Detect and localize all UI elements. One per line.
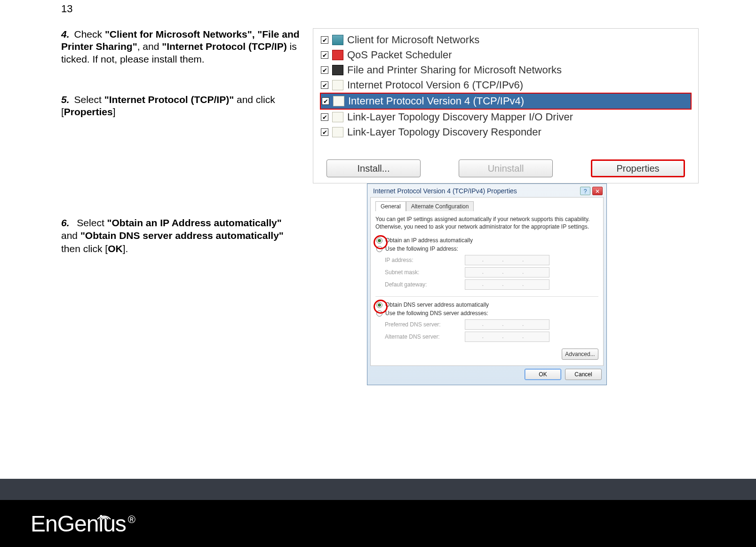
ip-fields: IP address: . . . Subnet mask: . . . Def… <box>385 255 598 290</box>
printer-share-icon <box>332 65 343 75</box>
list-item[interactable]: ✔ Client for Microsoft Networks <box>313 32 698 48</box>
dialog-body: General Alternate Configuration You can … <box>370 197 604 366</box>
radio-use-dns[interactable]: Use the following DNS server addresses: <box>376 310 597 317</box>
properties-button[interactable]: Properties <box>591 159 685 177</box>
radio-label: Use the following IP address: <box>385 246 458 252</box>
list-item[interactable]: ✔ Link-Layer Topology Discovery Mapper I… <box>313 110 698 125</box>
item-label: Client for Microsoft Networks <box>347 34 479 46</box>
t: "Internet Protocol (TCP/IP) <box>162 41 286 52</box>
checkbox-icon[interactable]: ✔ <box>321 81 328 89</box>
checkbox-icon[interactable]: ✔ <box>321 113 328 121</box>
wifi-icon <box>95 500 112 512</box>
ip-address-input: . . . <box>465 255 549 265</box>
item-label: Internet Protocol Version 4 (TCP/IPv4) <box>348 95 524 107</box>
step-4-row: 4.Check "Client for Microsoft Networks",… <box>61 28 701 183</box>
dialog-titlebar: Internet Protocol Version 4 (TCP/IPv4) P… <box>367 184 606 197</box>
advanced-button[interactable]: Advanced... <box>562 349 598 360</box>
divider <box>375 296 598 297</box>
radio-icon[interactable] <box>376 302 382 308</box>
dns-fields: Preferred DNS server: . . . Alternate DN… <box>385 319 598 342</box>
footer-band <box>0 479 756 500</box>
footer: EnGen i us® <box>0 500 756 547</box>
tabs: General Alternate Configuration <box>375 201 598 211</box>
item-label: Link-Layer Topology Discovery Mapper I/O… <box>347 111 573 123</box>
help-icon[interactable]: ? <box>580 187 590 195</box>
list-item[interactable]: ✔ Internet Protocol Version 6 (TCP/IPv6) <box>313 78 698 93</box>
client-networks-icon <box>332 35 343 45</box>
list-item[interactable]: ✔ Link-Layer Topology Discovery Responde… <box>313 125 698 140</box>
field-gateway: Default gateway: . . . <box>385 279 598 290</box>
t: , and <box>137 41 162 52</box>
radio-label: Obtain an IP address automatically <box>385 237 473 244</box>
network-protocol-icon <box>333 96 344 106</box>
network-protocol-icon <box>332 112 343 122</box>
logo-gen: Gen <box>57 511 99 537</box>
tab-alternate[interactable]: Alternate Configuration <box>406 201 474 211</box>
install-button[interactable]: Install... <box>326 159 421 177</box>
dialog-title: Internet Protocol Version 4 (TCP/IPv4) P… <box>373 187 517 195</box>
t: "Internet Protocol (TCP/IP)" <box>104 94 234 105</box>
t: ] <box>113 106 116 117</box>
t: and <box>61 230 80 241</box>
checkbox-icon[interactable]: ✔ <box>321 51 328 59</box>
list-item[interactable]: ✔ QoS Packet Scheduler <box>313 48 698 63</box>
cancel-button[interactable]: Cancel <box>565 369 602 380</box>
list-item-selected[interactable]: ✔ Internet Protocol Version 4 (TCP/IPv4) <box>320 93 692 110</box>
field-pref-dns: Preferred DNS server: . . . <box>385 319 598 330</box>
gateway-input: . . . <box>465 279 549 290</box>
field-ip: IP address: . . . <box>385 255 598 265</box>
qos-icon <box>332 50 343 60</box>
advanced-row: Advanced... <box>375 349 598 360</box>
radio-obtain-ip[interactable]: Obtain an IP address automatically <box>376 237 597 244</box>
t: Properties <box>64 106 113 117</box>
dialog-buttons: OK Cancel <box>367 366 606 380</box>
item-label: Internet Protocol Version 6 (TCP/IPv6) <box>347 79 523 91</box>
t: Select <box>77 217 107 228</box>
t: "Obtain an IP Address automatically" <box>107 217 282 228</box>
logo-i-wrap: i <box>98 511 103 537</box>
protocol-panel: ✔ Client for Microsoft Networks ✔ QoS Pa… <box>313 28 699 183</box>
protocol-buttons: Install... Uninstall Properties <box>313 151 698 177</box>
item-label: QoS Packet Scheduler <box>347 49 452 61</box>
subnet-mask-input: . . . <box>465 267 549 277</box>
checkbox-icon[interactable]: ✔ <box>322 97 329 105</box>
step-4-text: 4.Check "Client for Microsoft Networks",… <box>61 28 313 118</box>
item-label: Link-Layer Topology Discovery Responder <box>347 126 541 138</box>
t: OK <box>108 243 123 254</box>
field-label: Default gateway: <box>385 281 465 288</box>
tcpip-dialog: Internet Protocol Version 4 (TCP/IPv4) P… <box>367 183 607 385</box>
tab-general[interactable]: General <box>375 201 406 211</box>
t: then click [ <box>61 243 108 254</box>
brand-logo: EnGen i us® <box>31 511 135 537</box>
field-label: Preferred DNS server: <box>385 321 465 328</box>
list-item[interactable]: ✔ File and Printer Sharing for Microsoft… <box>313 63 698 78</box>
step-4-num: 4. <box>61 29 70 40</box>
ok-button[interactable]: OK <box>525 369 561 380</box>
step-5-num: 5. <box>61 94 70 105</box>
checkbox-icon[interactable]: ✔ <box>321 36 328 44</box>
field-label: Subnet mask: <box>385 269 465 276</box>
radio-label: Obtain DNS server address automatically <box>385 301 489 308</box>
radio-obtain-dns[interactable]: Obtain DNS server address automatically <box>376 301 597 308</box>
uninstall-button: Uninstall <box>459 159 553 177</box>
field-alt-dns: Alternate DNS server: . . . <box>385 332 598 342</box>
radio-icon[interactable] <box>376 238 382 244</box>
t: ]. <box>123 243 128 254</box>
item-label: File and Printer Sharing for Microsoft N… <box>347 64 562 76</box>
checkbox-icon[interactable]: ✔ <box>321 128 328 136</box>
radio-use-ip[interactable]: Use the following IP address: <box>376 246 597 252</box>
page-number: 13 <box>61 3 72 15</box>
close-icon[interactable]: ✕ <box>592 187 603 195</box>
t: "Obtain DNS server address automatically… <box>80 230 284 241</box>
t: Check <box>74 29 105 40</box>
pref-dns-input: . . . <box>465 319 549 330</box>
checkbox-icon[interactable]: ✔ <box>321 66 328 74</box>
alt-dns-input: . . . <box>465 332 549 342</box>
step-5-text: 5.Select "Internet Protocol (TCP/IP)" an… <box>61 94 313 119</box>
registered-icon: ® <box>128 514 135 526</box>
logo-en: En <box>31 511 57 537</box>
radio-label: Use the following DNS server addresses: <box>385 310 488 317</box>
network-protocol-icon <box>332 80 343 90</box>
field-label: Alternate DNS server: <box>385 333 465 340</box>
dialog-description: You can get IP settings assigned automat… <box>375 216 598 230</box>
